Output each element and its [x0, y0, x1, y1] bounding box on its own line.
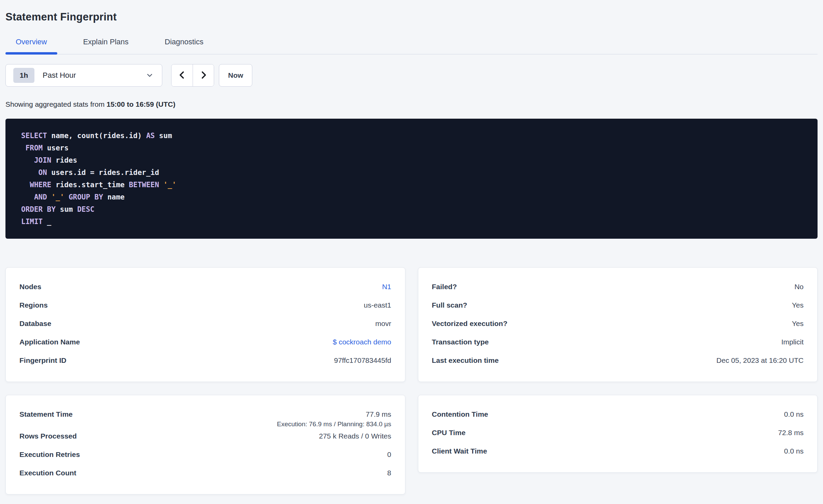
- row-regions: Regionsus-east1: [19, 297, 391, 315]
- sql-line: AND '_' GROUP BY name: [21, 191, 802, 203]
- row-application-name: Application Name$ cockroach demo: [19, 334, 391, 352]
- sql-text: [64, 193, 69, 201]
- sql-keyword: ON: [39, 168, 47, 177]
- sql-text: [47, 193, 51, 201]
- sql-text: [159, 181, 164, 189]
- row-value-group: 0.0 ns: [784, 410, 804, 418]
- tab-diagnostics[interactable]: Diagnostics: [154, 35, 214, 54]
- row-label: Transaction type: [432, 338, 489, 346]
- sql-text: [21, 144, 26, 152]
- execution-attributes-card: Failed?NoFull scan?YesVectorized executi…: [418, 267, 818, 382]
- sql-text: rides.start_time: [51, 181, 129, 189]
- row-client-wait-time: Client Wait Time0.0 ns: [432, 443, 804, 461]
- sql-keyword: LIMIT: [21, 218, 43, 226]
- tab-explain-plans[interactable]: Explain Plans: [73, 35, 139, 54]
- row-value-group: 275 k Reads / 0 Writes: [319, 432, 391, 440]
- sql-text: sum: [56, 205, 77, 213]
- row-vectorized-execution: Vectorized execution?Yes: [432, 315, 804, 334]
- sql-text: rides: [51, 156, 77, 164]
- tab-bar: OverviewExplain PlansDiagnostics: [5, 35, 818, 55]
- row-contention-time: Contention Time0.0 ns: [432, 406, 804, 425]
- sql-text: _: [43, 218, 51, 226]
- row-value-group: Yes: [792, 320, 804, 328]
- row-label: Execution Retries: [19, 450, 80, 459]
- row-label: Database: [19, 320, 51, 328]
- row-value: 275 k Reads / 0 Writes: [319, 432, 391, 440]
- row-value-group: Implicit: [781, 338, 804, 346]
- row-value-group: 77.9 msExecution: 76.9 ms / Planning: 83…: [277, 410, 391, 428]
- row-label: Nodes: [19, 283, 41, 291]
- sql-keyword: BETWEEN: [129, 181, 159, 189]
- sql-keyword: AND: [34, 193, 47, 201]
- row-value: 97ffc170783445fd: [334, 356, 391, 365]
- row-statement-time: Statement Time77.9 msExecution: 76.9 ms …: [19, 406, 391, 428]
- sql-text: name, count(rides.id): [47, 132, 146, 140]
- sql-keyword: FROM: [26, 144, 43, 152]
- row-value: 0.0 ns: [784, 447, 804, 455]
- sql-text: [21, 156, 34, 164]
- row-value-group: 97ffc170783445fd: [334, 356, 391, 365]
- row-last-execution-time: Last execution timeDec 05, 2023 at 16:20…: [432, 352, 804, 371]
- time-step-control: [171, 64, 214, 87]
- sql-text: users: [43, 144, 69, 152]
- next-time-button[interactable]: [193, 64, 214, 86]
- row-value-group: No: [794, 283, 804, 291]
- row-label: Contention Time: [432, 410, 488, 418]
- row-value: movr: [375, 320, 391, 328]
- row-label: Statement Time: [19, 410, 73, 418]
- row-label: Rows Processed: [19, 432, 77, 440]
- row-execution-count: Execution Count8: [19, 465, 391, 483]
- row-database: Databasemovr: [19, 315, 391, 334]
- row-value: 72.8 ms: [778, 429, 804, 437]
- wait-times-card: Contention Time0.0 nsCPU Time72.8 msClie…: [418, 395, 818, 473]
- row-label: Client Wait Time: [432, 447, 487, 455]
- row-value: us-east1: [364, 301, 391, 309]
- row-label: Vectorized execution?: [432, 320, 508, 328]
- row-rows-processed: Rows Processed275 k Reads / 0 Writes: [19, 428, 391, 446]
- sql-line: FROM users: [21, 142, 802, 154]
- sql-keyword: GROUP BY: [69, 193, 103, 201]
- row-value-group: Dec 05, 2023 at 16:20 UTC: [716, 356, 804, 365]
- row-value: Yes: [792, 301, 804, 309]
- sql-statement-box: SELECT name, count(rides.id) AS sum FROM…: [5, 119, 818, 239]
- row-value: Yes: [792, 320, 804, 328]
- row-label: Fingerprint ID: [19, 356, 66, 365]
- row-transaction-type: Transaction typeImplicit: [432, 334, 804, 352]
- caption-prefix: Showing aggregated stats from: [5, 100, 107, 108]
- row-value: Dec 05, 2023 at 16:20 UTC: [716, 356, 804, 365]
- row-failed: Failed?No: [432, 279, 804, 297]
- row-value: 0.0 ns: [784, 410, 804, 418]
- row-value-group: N1: [382, 283, 391, 291]
- prev-time-button[interactable]: [171, 64, 193, 86]
- row-value: No: [794, 283, 804, 291]
- sql-text: [21, 168, 39, 177]
- row-value-group: 8: [387, 469, 391, 477]
- sql-keyword: WHERE: [30, 181, 51, 189]
- now-button[interactable]: Now: [219, 64, 252, 87]
- chevron-left-icon: [177, 70, 187, 81]
- row-execution-retries: Execution Retries0: [19, 446, 391, 465]
- sql-text: [21, 181, 30, 189]
- sql-line: JOIN rides: [21, 154, 802, 166]
- row-subvalue: Execution: 76.9 ms / Planning: 834.0 µs: [277, 420, 391, 428]
- row-value: Implicit: [781, 338, 804, 346]
- sql-line: ON users.id = rides.rider_id: [21, 166, 802, 179]
- tab-overview[interactable]: Overview: [5, 35, 57, 54]
- time-range-dropdown[interactable]: 1h Past Hour: [5, 64, 162, 87]
- statement-fingerprint-page: Statement Fingerprint OverviewExplain Pl…: [0, 0, 823, 504]
- sql-keyword: DESC: [77, 205, 94, 213]
- row-value-link[interactable]: N1: [382, 283, 391, 291]
- time-range-label: Past Hour: [43, 71, 146, 80]
- sql-keyword: JOIN: [34, 156, 51, 164]
- row-nodes: NodesN1: [19, 279, 391, 297]
- row-cpu-time: CPU Time72.8 ms: [432, 425, 804, 443]
- row-value-link[interactable]: $ cockroach demo: [333, 338, 391, 346]
- row-full-scan: Full scan?Yes: [432, 297, 804, 315]
- statement-meta-card: NodesN1Regionsus-east1DatabasemovrApplic…: [5, 267, 405, 382]
- sql-statement-text: SELECT name, count(rides.id) AS sum FROM…: [21, 130, 802, 228]
- caption-time-range: 15:00 to 16:59 (UTC): [107, 100, 176, 108]
- row-value-group: 0: [387, 450, 391, 459]
- row-value: 77.9 ms: [366, 410, 391, 418]
- time-controls: 1h Past Hour Now: [5, 64, 818, 87]
- row-value-group: us-east1: [364, 301, 391, 309]
